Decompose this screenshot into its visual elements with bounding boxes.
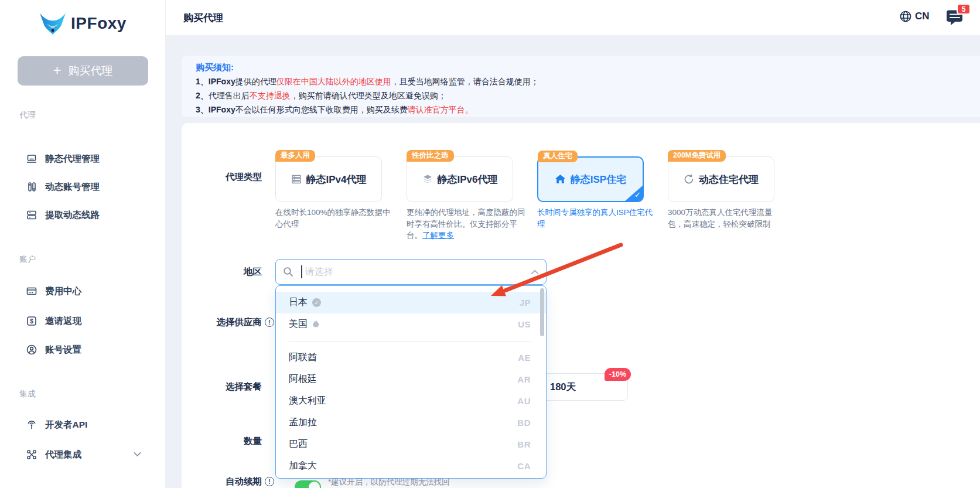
region-name: 美国 <box>289 318 308 330</box>
sidebar-item-extract-lines[interactable]: 提取动态线路 <box>26 209 100 221</box>
region-name: 日本 <box>289 296 308 309</box>
globe-icon <box>899 10 912 23</box>
region-dropdown: 日本 ✓ JP 美国 US 阿联酋 AE 阿根廷 AR <box>275 285 547 479</box>
nav-section-integration: 集成 <box>19 389 36 400</box>
notice-line-1: 1、IPFoxy提供的代理仅限在中国大陆以外的地区使用，且受当地网络监管，请合法… <box>196 77 539 87</box>
buy-proxy-button[interactable]: + 购买代理 <box>18 56 148 86</box>
notice-text: 不会以任何形式向您线下收取费用，购买及续费 <box>235 105 408 114</box>
region-code: BD <box>517 418 531 428</box>
region-option-br[interactable]: 巴西 BR <box>276 434 546 455</box>
card-title: 静态IPv4代理 <box>306 173 367 186</box>
brand-text: IPFoxy <box>209 105 235 114</box>
text-caret <box>301 265 302 278</box>
notice-title: 购买须知: <box>196 62 234 73</box>
region-option-ar[interactable]: 阿根廷 AR <box>276 368 546 390</box>
check-circle-icon: ✓ <box>312 298 321 307</box>
language-switcher[interactable]: CN <box>899 10 930 23</box>
card-title: 动态住宅代理 <box>699 173 759 186</box>
proxy-card-ipv4[interactable]: 最多人用 静态IPv4代理 <box>275 156 382 202</box>
card-desc-isp: 长时间专属独享的真人ISP住宅代理 <box>537 207 657 230</box>
notice-warning-text: 仅限在中国大陆以外的地区使用 <box>276 77 391 86</box>
sidebar-item-label: 提取动态线路 <box>45 209 100 221</box>
region-option-jp[interactable]: 日本 ✓ JP <box>276 292 546 313</box>
auto-renew-toggle[interactable] <box>295 480 321 488</box>
chevron-up-icon[interactable] <box>531 269 539 275</box>
quantity-label: 数量 <box>182 434 275 448</box>
supplier-label-text: 选择供应商 <box>217 316 262 329</box>
auto-renew-label: 自动续期 ! <box>182 475 275 488</box>
sidebar-item-referral[interactable]: $ 邀请返现 <box>26 315 81 327</box>
sidebar-item-static-proxy[interactable]: 静态代理管理 <box>26 152 100 165</box>
proxy-card-dynamic[interactable]: 200M免费试用 动态住宅代理 <box>668 156 774 202</box>
card-badge: 200M免费试用 <box>668 150 726 162</box>
region-option-bd[interactable]: 孟加拉 BD <box>276 412 546 434</box>
notice-text: ，购买前请确认代理类型及地区避免误购； <box>291 91 446 100</box>
auto-renew-label-text: 自动续期 <box>226 476 262 488</box>
top-header: 购买代理 CN 5 <box>166 0 980 35</box>
notice-number: 1、 <box>196 77 209 86</box>
nav-section-account: 账户 <box>19 254 36 265</box>
region-option-au[interactable]: 澳大利亚 AU <box>276 390 546 412</box>
region-name: 阿联酋 <box>289 352 317 364</box>
server-stack-icon <box>291 174 302 185</box>
user-icon <box>26 344 37 356</box>
region-option-ae[interactable]: 阿联酋 AE <box>276 347 546 368</box>
region-code: AR <box>517 374 531 384</box>
sidebar-item-label: 静态代理管理 <box>45 153 100 165</box>
card-title: 静态IPv6代理 <box>438 173 498 186</box>
region-option-ca[interactable]: 加拿大 CA <box>276 455 546 477</box>
card-desc-dynamic: 3000万动态真人住宅代理流量包，高速稳定，轻松突破限制 <box>668 207 788 230</box>
page-title: 购买代理 <box>183 0 223 35</box>
sliders-icon <box>26 181 37 193</box>
plan-duration: 180天 <box>550 381 576 394</box>
card-badge: 性价比之选 <box>407 150 454 162</box>
sidebar-item-label: 账号设置 <box>45 344 81 356</box>
sidebar-item-billing[interactable]: 费用中心 <box>26 285 81 298</box>
sidebar-item-account-settings[interactable]: 账号设置 <box>26 343 81 356</box>
chat-unread-badge: 5 <box>957 4 971 15</box>
fox-logo-icon <box>39 12 66 35</box>
region-select <box>275 259 547 285</box>
refresh-icon <box>684 174 694 185</box>
dropdown-scrollbar[interactable] <box>540 288 544 336</box>
region-search-input[interactable] <box>275 259 547 285</box>
region-name: 澳大利亚 <box>289 395 326 407</box>
info-icon[interactable]: ! <box>265 477 274 486</box>
region-option-us[interactable]: 美国 US <box>276 313 546 335</box>
sidebar: IPFoxy + 购买代理 代理 静态代理管理 动态账号管理 提取动态线路 账户… <box>0 0 166 488</box>
card-desc-ipv6: 更纯净的代理地址，高度隐蔽的同时享有高性价比。仅支持部分平台。了解更多 <box>407 207 527 241</box>
sidebar-item-label: 邀请返现 <box>45 315 81 327</box>
search-icon <box>283 267 293 277</box>
proxy-type-label: 代理类型 <box>182 170 275 184</box>
plus-icon: + <box>53 63 61 77</box>
region-name: 孟加拉 <box>289 417 317 429</box>
proxy-card-ipv6[interactable]: 性价比之选 静态IPv6代理 <box>407 156 513 202</box>
chevron-down-icon[interactable] <box>134 452 141 457</box>
sidebar-item-label: 代理集成 <box>45 449 81 461</box>
dollar-icon: $ <box>26 315 37 327</box>
buy-proxy-button-label: 购买代理 <box>69 63 113 79</box>
svg-text:$: $ <box>30 318 33 325</box>
region-code: BR <box>517 439 531 449</box>
sidebar-item-proxy-integration[interactable]: 代理集成 <box>26 448 81 461</box>
learn-more-link[interactable]: 了解更多 <box>422 231 454 240</box>
region-label: 地区 <box>182 265 275 279</box>
region-name: 巴西 <box>289 438 308 451</box>
notice-text: ，且受当地网络监管，请合法合规使用； <box>391 77 539 86</box>
region-name: 加拿大 <box>289 460 317 472</box>
region-code: CA <box>517 461 531 471</box>
sidebar-item-dynamic-account[interactable]: 动态账号管理 <box>26 180 100 193</box>
sidebar-item-developer-api[interactable]: 开发者API <box>26 418 87 431</box>
info-icon[interactable]: ! <box>265 318 274 327</box>
nav-section-proxy: 代理 <box>19 110 36 121</box>
layers-icon <box>422 174 433 185</box>
selected-check-icon: ✓ <box>624 185 643 202</box>
sidebar-item-label: 费用中心 <box>45 285 81 298</box>
discount-badge: -10% <box>605 368 631 381</box>
notice-text: 代理售出后 <box>209 91 250 100</box>
notice-line-2: 2、代理售出后不支持退换，购买前请确认代理类型及地区避免误购； <box>196 91 446 101</box>
proxy-card-isp[interactable]: 真人住宅 静态ISP住宅 ✓ <box>537 156 644 202</box>
notice-number: 2、 <box>196 91 209 100</box>
card-title: 静态ISP住宅 <box>571 173 626 186</box>
notice-line-3: 3、IPFoxy不会以任何形式向您线下收取费用，购买及续费请认准官方平台。 <box>196 105 473 115</box>
